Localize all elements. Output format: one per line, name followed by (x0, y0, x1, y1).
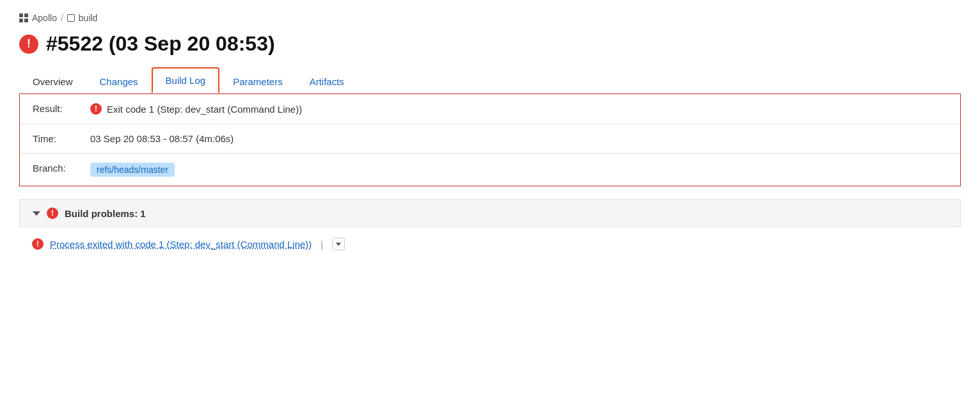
tab-artifacts[interactable]: Artifacts (296, 69, 358, 93)
tab-overview[interactable]: Overview (19, 69, 86, 93)
problems-error-icon: ! (47, 207, 58, 219)
tab-bar: Overview Changes Build Log Parameters Ar… (19, 67, 961, 93)
problem-item-link[interactable]: Process exited with code 1 (Step: dev_st… (50, 239, 312, 250)
branch-badge[interactable]: refs/heads/master (90, 163, 175, 177)
result-row: Result: ! Exit code 1 (Step: dev_start (… (20, 94, 960, 124)
tab-changes[interactable]: Changes (86, 69, 152, 93)
build-problems-body: ! Process exited with code 1 (Step: dev_… (19, 227, 961, 261)
tab-parameters[interactable]: Parameters (219, 69, 296, 93)
build-problems-header[interactable]: ! Build problems: 1 (19, 199, 961, 227)
problem-separator: | (320, 239, 323, 250)
grid-icon (19, 13, 28, 22)
problem-dropdown-icon[interactable] (332, 238, 345, 250)
branch-row: Branch: refs/heads/master (20, 154, 960, 186)
result-label: Result: (33, 103, 90, 114)
time-value: 03 Sep 20 08:53 - 08:57 (4m:06s) (90, 133, 233, 144)
build-info-box: Result: ! Exit code 1 (Step: dev_start (… (19, 93, 961, 186)
page-title-section: ! #5522 (03 Sep 20 08:53) (19, 32, 961, 56)
time-row: Time: 03 Sep 20 08:53 - 08:57 (4m:06s) (20, 124, 960, 154)
chevron-down-icon (33, 211, 40, 216)
problem-item-error-icon: ! (32, 238, 43, 250)
result-error-icon: ! (90, 103, 102, 115)
breadcrumb-page[interactable]: build (79, 13, 98, 23)
branch-value: refs/heads/master (90, 163, 175, 177)
time-text: 03 Sep 20 08:53 - 08:57 (4m:06s) (90, 133, 233, 144)
build-problems-title: Build problems: 1 (65, 208, 146, 219)
page-title: #5522 (03 Sep 20 08:53) (46, 32, 275, 56)
time-label: Time: (33, 133, 90, 144)
breadcrumb-separator: / (61, 13, 63, 23)
result-value: ! Exit code 1 (Step: dev_start (Command … (90, 103, 302, 115)
branch-label: Branch: (33, 163, 90, 174)
breadcrumb: Apollo / build (19, 13, 961, 23)
build-icon (67, 14, 75, 22)
error-status-icon: ! (19, 35, 38, 54)
breadcrumb-project[interactable]: Apollo (32, 13, 57, 23)
result-text: Exit code 1 (Step: dev_start (Command Li… (107, 104, 302, 115)
tab-build-log[interactable]: Build Log (152, 67, 220, 93)
